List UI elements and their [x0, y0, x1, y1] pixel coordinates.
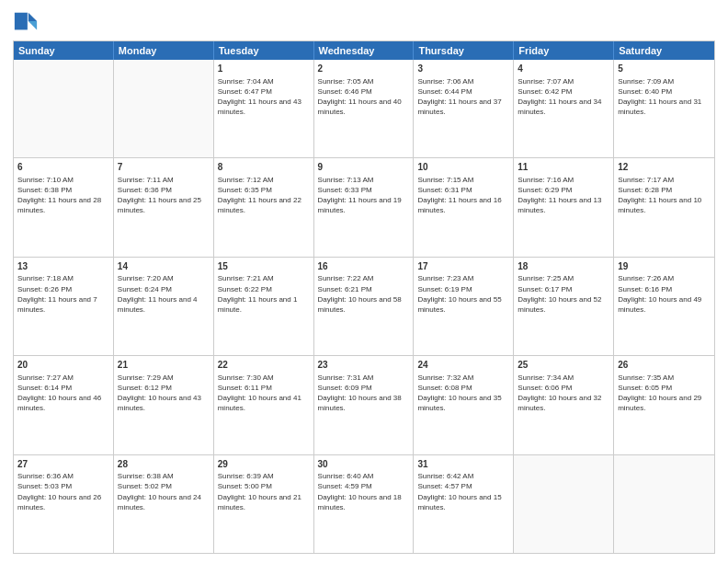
day-number: 1 — [218, 63, 310, 75]
page: SundayMondayTuesdayWednesdayThursdayFrid… — [0, 0, 728, 563]
header — [13, 9, 715, 35]
day-info: Sunrise: 7:23 AM Sunset: 6:19 PM Dayligh… — [417, 273, 509, 315]
empty-cell — [614, 455, 714, 553]
calendar-row-1: 6Sunrise: 7:10 AM Sunset: 6:38 PM Daylig… — [14, 158, 714, 257]
day-cell-26: 26Sunrise: 7:35 AM Sunset: 6:05 PM Dayli… — [614, 356, 714, 454]
day-cell-8: 8Sunrise: 7:12 AM Sunset: 6:35 PM Daylig… — [214, 158, 314, 256]
day-cell-17: 17Sunrise: 7:23 AM Sunset: 6:19 PM Dayli… — [414, 258, 514, 355]
empty-cell — [114, 60, 214, 157]
header-day-saturday: Saturday — [614, 41, 714, 60]
calendar-header: SundayMondayTuesdayWednesdayThursdayFrid… — [14, 41, 714, 60]
day-number: 28 — [118, 458, 210, 471]
empty-cell — [514, 455, 614, 553]
day-number: 22 — [218, 359, 310, 372]
header-day-monday: Monday — [114, 41, 214, 60]
day-cell-28: 28Sunrise: 6:38 AM Sunset: 5:02 PM Dayli… — [114, 455, 214, 553]
day-cell-14: 14Sunrise: 7:20 AM Sunset: 6:24 PM Dayli… — [114, 258, 214, 355]
day-info: Sunrise: 7:34 AM Sunset: 6:06 PM Dayligh… — [518, 373, 609, 414]
day-number: 7 — [118, 161, 210, 174]
day-number: 9 — [318, 161, 410, 174]
day-info: Sunrise: 7:05 AM Sunset: 6:46 PM Dayligh… — [318, 76, 410, 118]
day-number: 4 — [518, 63, 609, 75]
day-info: Sunrise: 7:30 AM Sunset: 6:11 PM Dayligh… — [218, 373, 310, 414]
logo — [13, 9, 40, 35]
day-cell-10: 10Sunrise: 7:15 AM Sunset: 6:31 PM Dayli… — [414, 158, 514, 256]
day-number: 15 — [218, 260, 310, 273]
day-cell-19: 19Sunrise: 7:26 AM Sunset: 6:16 PM Dayli… — [614, 258, 714, 355]
day-info: Sunrise: 7:21 AM Sunset: 6:22 PM Dayligh… — [218, 273, 310, 315]
day-number: 11 — [518, 161, 609, 174]
day-cell-22: 22Sunrise: 7:30 AM Sunset: 6:11 PM Dayli… — [214, 356, 314, 454]
calendar-body: 1Sunrise: 7:04 AM Sunset: 6:47 PM Daylig… — [14, 60, 714, 553]
header-day-tuesday: Tuesday — [214, 41, 314, 60]
day-cell-18: 18Sunrise: 7:25 AM Sunset: 6:17 PM Dayli… — [514, 258, 614, 355]
header-day-wednesday: Wednesday — [314, 41, 415, 60]
day-number: 17 — [417, 260, 509, 273]
day-info: Sunrise: 7:27 AM Sunset: 6:14 PM Dayligh… — [17, 373, 109, 414]
day-cell-27: 27Sunrise: 6:36 AM Sunset: 5:03 PM Dayli… — [14, 455, 114, 553]
calendar-row-3: 20Sunrise: 7:27 AM Sunset: 6:14 PM Dayli… — [14, 356, 714, 454]
empty-cell — [14, 60, 114, 157]
day-info: Sunrise: 6:36 AM Sunset: 5:03 PM Dayligh… — [17, 471, 109, 512]
day-number: 25 — [518, 359, 609, 372]
day-info: Sunrise: 7:07 AM Sunset: 6:42 PM Dayligh… — [518, 76, 609, 118]
day-cell-7: 7Sunrise: 7:11 AM Sunset: 6:36 PM Daylig… — [114, 158, 214, 256]
day-info: Sunrise: 7:06 AM Sunset: 6:44 PM Dayligh… — [417, 76, 509, 118]
calendar-row-4: 27Sunrise: 6:36 AM Sunset: 5:03 PM Dayli… — [14, 455, 714, 553]
day-info: Sunrise: 7:25 AM Sunset: 6:17 PM Dayligh… — [518, 273, 609, 315]
day-number: 10 — [417, 161, 509, 174]
day-info: Sunrise: 7:31 AM Sunset: 6:09 PM Dayligh… — [318, 373, 410, 414]
day-number: 20 — [17, 359, 109, 372]
day-info: Sunrise: 7:22 AM Sunset: 6:21 PM Dayligh… — [318, 273, 410, 315]
day-number: 31 — [417, 458, 509, 471]
svg-marker-1 — [28, 21, 37, 29]
day-info: Sunrise: 7:26 AM Sunset: 6:16 PM Dayligh… — [618, 273, 711, 315]
day-number: 16 — [318, 260, 410, 273]
day-info: Sunrise: 6:42 AM Sunset: 4:57 PM Dayligh… — [417, 471, 509, 512]
day-number: 2 — [318, 63, 410, 75]
day-info: Sunrise: 7:13 AM Sunset: 6:33 PM Dayligh… — [318, 175, 410, 216]
day-info: Sunrise: 7:12 AM Sunset: 6:35 PM Dayligh… — [218, 175, 310, 216]
calendar: SundayMondayTuesdayWednesdayThursdayFrid… — [13, 40, 715, 554]
day-cell-31: 31Sunrise: 6:42 AM Sunset: 4:57 PM Dayli… — [414, 455, 514, 553]
day-info: Sunrise: 7:17 AM Sunset: 6:28 PM Dayligh… — [618, 175, 711, 216]
header-day-friday: Friday — [514, 41, 614, 60]
day-cell-25: 25Sunrise: 7:34 AM Sunset: 6:06 PM Dayli… — [514, 356, 614, 454]
day-cell-11: 11Sunrise: 7:16 AM Sunset: 6:29 PM Dayli… — [514, 158, 614, 256]
svg-rect-2 — [15, 13, 28, 30]
day-number: 30 — [318, 458, 410, 471]
day-cell-4: 4Sunrise: 7:07 AM Sunset: 6:42 PM Daylig… — [514, 60, 614, 157]
day-info: Sunrise: 7:09 AM Sunset: 6:40 PM Dayligh… — [618, 76, 711, 118]
day-number: 26 — [618, 359, 711, 372]
day-cell-5: 5Sunrise: 7:09 AM Sunset: 6:40 PM Daylig… — [614, 60, 714, 157]
day-number: 12 — [618, 161, 711, 174]
svg-marker-0 — [28, 13, 37, 21]
day-info: Sunrise: 6:40 AM Sunset: 4:59 PM Dayligh… — [318, 471, 410, 512]
day-info: Sunrise: 7:32 AM Sunset: 6:08 PM Dayligh… — [417, 373, 509, 414]
day-info: Sunrise: 7:10 AM Sunset: 6:38 PM Dayligh… — [17, 175, 109, 216]
day-number: 3 — [417, 63, 509, 75]
day-info: Sunrise: 7:15 AM Sunset: 6:31 PM Dayligh… — [417, 175, 509, 216]
day-number: 23 — [318, 359, 410, 372]
day-cell-6: 6Sunrise: 7:10 AM Sunset: 6:38 PM Daylig… — [14, 158, 114, 256]
logo-icon — [13, 9, 39, 35]
day-info: Sunrise: 7:16 AM Sunset: 6:29 PM Dayligh… — [518, 175, 609, 216]
day-cell-21: 21Sunrise: 7:29 AM Sunset: 6:12 PM Dayli… — [114, 356, 214, 454]
day-cell-30: 30Sunrise: 6:40 AM Sunset: 4:59 PM Dayli… — [314, 455, 415, 553]
day-info: Sunrise: 7:18 AM Sunset: 6:26 PM Dayligh… — [17, 273, 109, 315]
header-day-thursday: Thursday — [414, 41, 514, 60]
day-number: 13 — [17, 260, 109, 273]
day-number: 14 — [118, 260, 210, 273]
day-number: 8 — [218, 161, 310, 174]
day-info: Sunrise: 7:04 AM Sunset: 6:47 PM Dayligh… — [218, 76, 310, 118]
day-cell-16: 16Sunrise: 7:22 AM Sunset: 6:21 PM Dayli… — [314, 258, 415, 355]
day-cell-1: 1Sunrise: 7:04 AM Sunset: 6:47 PM Daylig… — [214, 60, 314, 157]
header-day-sunday: Sunday — [14, 41, 114, 60]
day-number: 21 — [118, 359, 210, 372]
day-number: 19 — [618, 260, 711, 273]
day-info: Sunrise: 6:38 AM Sunset: 5:02 PM Dayligh… — [118, 471, 210, 512]
day-number: 29 — [218, 458, 310, 471]
day-cell-29: 29Sunrise: 6:39 AM Sunset: 5:00 PM Dayli… — [214, 455, 314, 553]
day-info: Sunrise: 7:11 AM Sunset: 6:36 PM Dayligh… — [118, 175, 210, 216]
calendar-row-0: 1Sunrise: 7:04 AM Sunset: 6:47 PM Daylig… — [14, 60, 714, 158]
